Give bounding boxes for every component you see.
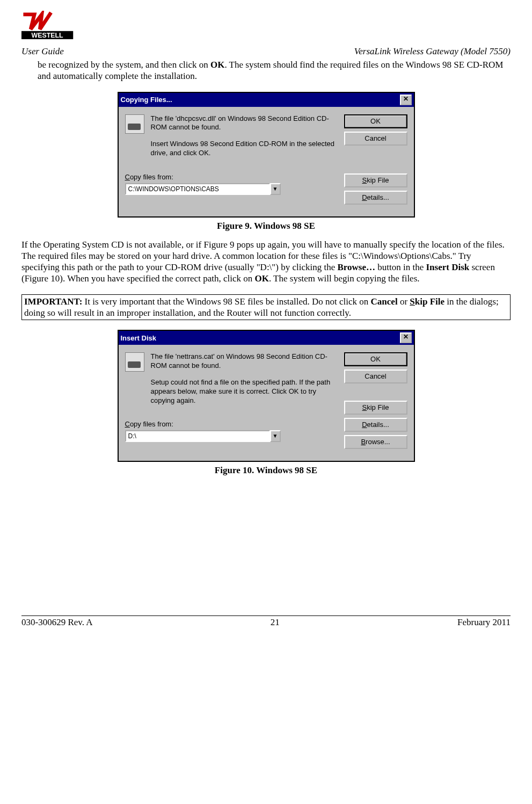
figure-10-caption: Figure 10. Windows 98 SE [21,465,511,476]
close-icon[interactable]: ✕ [400,332,412,343]
footer-page: 21 [271,617,280,628]
close-icon[interactable]: ✕ [400,95,412,105]
title-text: Copying Files... [121,96,172,104]
ok-button[interactable]: OK [344,352,407,366]
skip-file-button[interactable]: Skip File [344,401,407,415]
dropdown-arrow-icon[interactable]: ▼ [270,430,281,442]
ok-button[interactable]: OK [344,114,407,128]
important-note: IMPORTANT: It is very important that the… [21,294,511,321]
titlebar: Insert Disk ✕ [119,331,414,345]
footer-left: 030-300629 Rev. A [21,617,93,628]
svg-text:WESTELL: WESTELL [32,32,63,39]
header-left: User Guide [21,46,64,57]
disk-icon [125,352,144,372]
title-text: Insert Disk [121,334,156,342]
path-input[interactable] [125,430,270,442]
details-button[interactable]: Details... [344,418,407,432]
footer-right: February 2011 [457,617,511,628]
running-header: User Guide VersaLink Wireless Gateway (M… [21,46,511,57]
dialog2-line2: Setup could not find a file on the speci… [151,378,337,405]
dropdown-arrow-icon[interactable]: ▼ [270,183,281,195]
details-button[interactable]: Details... [344,191,407,205]
dialog1-line2: Insert Windows 98 Second Edition CD-ROM … [151,140,337,158]
dialog2-line1: The file 'nettrans.cat' on Windows 98 Se… [151,352,337,371]
skip-file-button[interactable]: Skip File [344,173,407,187]
dialog-copying-files: Copying Files... ✕ The file 'dhcpcsvc.dl… [118,92,415,218]
figure-9-caption: Figure 9. Windows 98 SE [21,221,511,231]
cancel-button[interactable]: Cancel [344,370,407,383]
path-input[interactable] [125,183,270,195]
cancel-button[interactable]: Cancel [344,132,407,146]
intro-paragraph: be recognized by the system, and then cl… [21,59,511,82]
westell-logo: WESTELL [21,11,81,40]
disk-icon [125,114,144,134]
titlebar: Copying Files... ✕ [119,93,414,107]
browse-button[interactable]: Browse... [344,435,407,449]
dialog-insert-disk: Insert Disk ✕ The file 'nettrans.cat' on… [118,330,415,462]
footer-rule [21,615,511,616]
footer: 030-300629 Rev. A 21 February 2011 [21,617,511,628]
copy-from-label: Copy files from: [125,420,337,428]
header-right: VersaLink Wireless Gateway (Model 7550) [354,46,511,57]
paragraph-2: If the Operating System CD is not availa… [21,239,511,285]
dialog1-line1: The file 'dhcpcsvc.dll' on Windows 98 Se… [151,114,337,133]
copy-from-label: Copy files from: [125,173,337,181]
